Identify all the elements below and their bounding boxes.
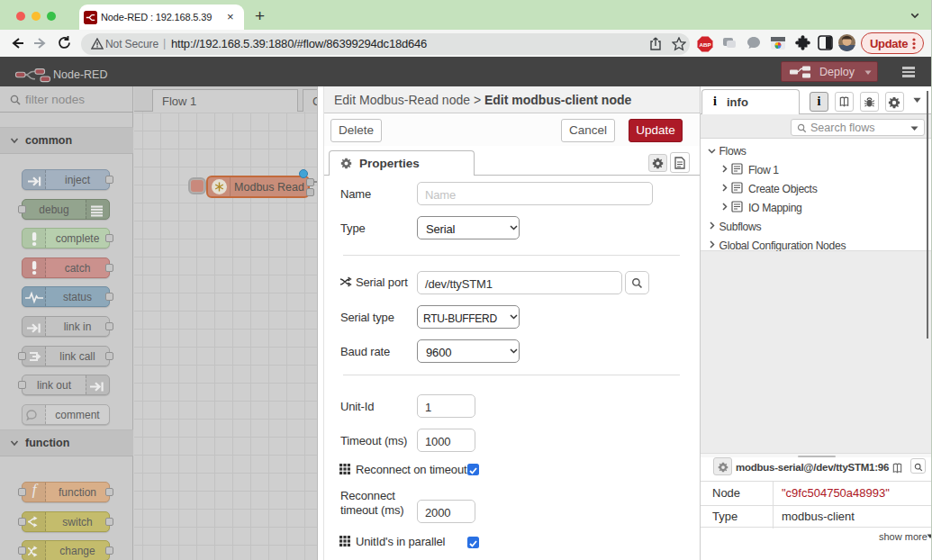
svg-text:ABP: ABP [699,41,710,48]
